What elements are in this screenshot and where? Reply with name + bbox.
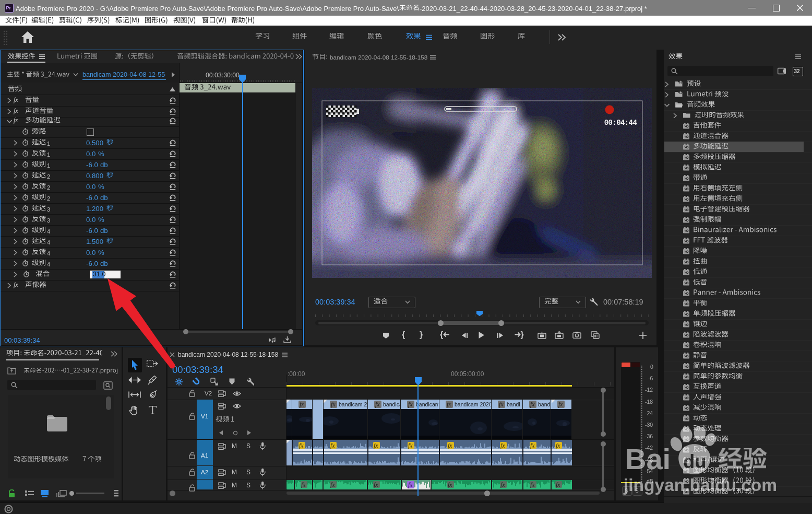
svg-text:fx: fx bbox=[500, 442, 505, 449]
svg-text:fx: fx bbox=[14, 117, 18, 124]
svg-text:fx: fx bbox=[299, 442, 304, 449]
svg-text:fx: fx bbox=[374, 442, 378, 449]
svg-text:fx: fx bbox=[408, 482, 413, 488]
svg-text:fx: fx bbox=[331, 401, 336, 408]
svg-text:fx: fx bbox=[530, 401, 535, 408]
svg-text:du: du bbox=[683, 451, 706, 472]
svg-text:fx: fx bbox=[500, 482, 505, 488]
svg-text:fx: fx bbox=[300, 401, 304, 408]
svg-text:fx: fx bbox=[556, 442, 560, 449]
svg-text:fx: fx bbox=[499, 401, 504, 408]
svg-text:fx: fx bbox=[448, 482, 452, 488]
svg-text:fx: fx bbox=[14, 97, 18, 103]
svg-text:fx: fx bbox=[556, 482, 560, 488]
svg-text:fx: fx bbox=[301, 482, 306, 488]
svg-text:{: { bbox=[440, 330, 443, 339]
svg-text:fx: fx bbox=[530, 442, 535, 449]
svg-text:fx: fx bbox=[448, 442, 452, 449]
svg-text:fx: fx bbox=[375, 401, 380, 408]
svg-text:fx: fx bbox=[330, 482, 335, 488]
svg-text:fx: fx bbox=[558, 401, 563, 408]
svg-text:00:04:44: 00:04:44 bbox=[604, 119, 637, 127]
svg-text:fx: fx bbox=[14, 282, 18, 288]
svg-text:fx: fx bbox=[530, 482, 535, 488]
svg-text:fx: fx bbox=[330, 442, 335, 449]
svg-text:fx: fx bbox=[447, 401, 451, 408]
svg-text:}: } bbox=[521, 330, 524, 339]
svg-text:fx: fx bbox=[374, 482, 378, 488]
svg-text:fx: fx bbox=[408, 401, 413, 408]
svg-text:fx: fx bbox=[14, 108, 18, 114]
svg-text:fx: fx bbox=[408, 442, 413, 449]
